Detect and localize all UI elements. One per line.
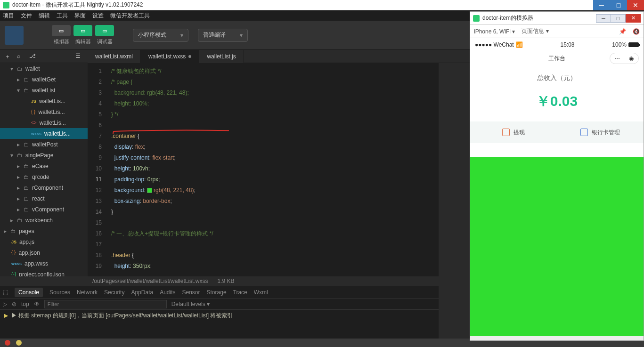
file-explorer[interactable]: 🗀wallet🗀walletGet🗀walletListJSwalletLis.… xyxy=(0,63,88,276)
bankcard-button[interactable]: 银行卡管理 xyxy=(557,121,644,143)
devtools-tabs: ⬚ ConsoleSourcesNetworkSecurityAppDataAu… xyxy=(0,286,439,299)
minimize-button[interactable]: ─ xyxy=(593,0,610,10)
dt-tab-Sensor[interactable]: Sensor xyxy=(182,289,200,296)
tree-app.js[interactable]: JSapp.js xyxy=(0,236,88,247)
close-button[interactable]: ✕ xyxy=(627,0,644,10)
file-size: 1.9 KB xyxy=(217,278,234,284)
menu-设置[interactable]: 设置 xyxy=(92,12,104,20)
inspect-icon[interactable]: ⬚ xyxy=(3,289,8,296)
tree-app.wxss[interactable]: wxssapp.wxss xyxy=(0,258,88,269)
file-status-bar: /outPages/self/wallet/walletList/walletL… xyxy=(88,276,439,286)
error-count-icon[interactable] xyxy=(5,340,10,346)
clear-icon[interactable]: ⊘ xyxy=(12,301,16,307)
withdraw-icon xyxy=(502,129,510,136)
dt-tab-Audits[interactable]: Audits xyxy=(160,289,175,296)
toolbar-left-group: ▭模拟器▭编辑器▭调试器 xyxy=(52,25,114,45)
avatar[interactable] xyxy=(5,26,24,45)
tree-walletLis...[interactable]: JSwalletLis... xyxy=(0,96,88,106)
code-editor[interactable]: 12345678910111213141516171819 /* 健康钱包的样式… xyxy=(88,63,439,276)
tree-eCase[interactable]: 🗀eCase xyxy=(0,161,88,171)
tree-walletLis...[interactable]: <>walletLis... xyxy=(0,117,88,128)
sim-green-area xyxy=(470,157,644,336)
tree-vComponent[interactable]: 🗀vComponent xyxy=(0,204,88,215)
main-area: 🗀wallet🗀walletGet🗀walletListJSwalletLis.… xyxy=(0,63,439,276)
search-icon[interactable]: ⌕ xyxy=(17,53,24,60)
tree-app.json[interactable]: { }app.json xyxy=(0,247,88,258)
dt-tab-Storage[interactable]: Storage xyxy=(207,289,227,296)
device-dropdown[interactable]: iPhone 6, WiFi ▾ xyxy=(474,28,515,35)
sim-min-button[interactable]: ─ xyxy=(596,14,611,23)
menu-界面[interactable]: 界面 xyxy=(74,12,86,20)
tree-walletLis...[interactable]: { }walletLis... xyxy=(0,106,88,117)
sim-close-button[interactable]: ✕ xyxy=(626,14,641,23)
wifi-icon: 📶 xyxy=(516,41,523,48)
tab-walletList.js[interactable]: walletList.js xyxy=(199,50,244,63)
code-content[interactable]: /* 健康钱包的样式 *//* page { background: rgb(4… xyxy=(111,66,439,272)
sim-statusbar: ●●●●● WeChat 📶 15:03 100% xyxy=(470,38,644,51)
run-icon[interactable]: ▷ xyxy=(3,301,7,307)
menu-编辑[interactable]: 编辑 xyxy=(39,12,50,20)
sim-app-icon xyxy=(473,15,480,22)
withdraw-button[interactable]: 提现 xyxy=(470,121,557,143)
sim-max-button[interactable]: □ xyxy=(611,14,626,23)
tree-pages[interactable]: 🗀pages xyxy=(0,226,88,236)
maximize-button[interactable]: □ xyxy=(610,0,627,10)
console-log: ▶ ▶ 根据 sitemap 的规则[0]，当前页面 [outPages/sel… xyxy=(0,310,439,322)
dt-tab-Wxml[interactable]: Wxml xyxy=(254,289,268,296)
dt-tab-Sources[interactable]: Sources xyxy=(49,289,70,296)
tree-qrcode[interactable]: 🗀qrcode xyxy=(0,171,88,182)
sim-titlebar: doctor-item的模拟器 ─ □ ✕ xyxy=(470,12,644,25)
add-icon[interactable]: ＋ xyxy=(5,53,12,60)
capsule-menu[interactable]: ⋯◉ xyxy=(610,53,639,64)
tree-react[interactable]: 🗀react xyxy=(0,193,88,204)
warn-count-icon[interactable] xyxy=(16,340,22,346)
menu-工具[interactable]: 工具 xyxy=(57,12,68,20)
dt-tab-Console[interactable]: Console xyxy=(15,288,43,297)
eye-icon[interactable]: 👁 xyxy=(34,301,40,307)
dt-tab-Network[interactable]: Network xyxy=(77,289,98,296)
sim-controls: iPhone 6, WiFi ▾ 页面信息 ▾ 📌 🔇 xyxy=(470,25,644,38)
devtools-filter-bar: ▷ ⊘ top 👁 Default levels ▾ xyxy=(0,299,439,310)
mode-dropdown[interactable]: 小程序模式▾ xyxy=(133,29,188,42)
simulator-window: doctor-item的模拟器 ─ □ ✕ iPhone 6, WiFi ▾ 页… xyxy=(470,11,644,341)
tree-singlePage[interactable]: 🗀singlePage xyxy=(0,150,88,161)
devtools-panel: ⬚ ConsoleSourcesNetworkSecurityAppDataAu… xyxy=(0,286,439,339)
sim-battery: 100% xyxy=(612,41,639,48)
dt-tab-AppData[interactable]: AppData xyxy=(131,289,153,296)
compile-label: 普通编译 xyxy=(203,31,226,39)
tab-walletList.wxss[interactable]: walletList.wxss xyxy=(141,50,199,63)
branch-icon[interactable]: ⎇ xyxy=(29,53,37,60)
levels-dropdown[interactable]: Default levels ▾ xyxy=(171,301,210,307)
pin-icon[interactable]: 📌 xyxy=(619,28,626,35)
line-gutter: 12345678910111213141516171819 xyxy=(88,63,106,276)
income-value: ￥0.03 xyxy=(470,85,644,121)
compile-dropdown[interactable]: 普通编译▾ xyxy=(198,29,248,42)
mode-label: 小程序模式 xyxy=(138,31,166,39)
mute-icon[interactable]: 🔇 xyxy=(633,28,640,35)
context-dropdown[interactable]: top xyxy=(21,301,29,307)
dt-tab-Security[interactable]: Security xyxy=(104,289,124,296)
tree-walletPost[interactable]: 🗀walletPost xyxy=(0,139,88,150)
tb-编辑器[interactable]: ▭编辑器 xyxy=(73,25,92,45)
menu-微信开发者工具[interactable]: 微信开发者工具 xyxy=(110,12,150,20)
log-line: ▶ 根据 sitemap 的规则[0]，当前页面 [outPages/self/… xyxy=(11,312,233,319)
tree-walletLis...[interactable]: wxsswalletLis... xyxy=(0,128,88,139)
app-titlebar: doctor-item - 微信开发者工具 Nightly v1.02.1907… xyxy=(0,0,644,10)
tree-walletGet[interactable]: 🗀walletGet xyxy=(0,74,88,85)
tb-模拟器[interactable]: ▭模拟器 xyxy=(52,25,71,45)
menu-项目[interactable]: 项目 xyxy=(3,12,14,20)
tab-walletList.wxml[interactable]: walletList.wxml xyxy=(88,50,141,63)
explorer-toggle-icon[interactable]: ☰ xyxy=(75,53,83,60)
menu-文件[interactable]: 文件 xyxy=(21,12,32,20)
filter-input[interactable] xyxy=(44,300,167,308)
tb-调试器[interactable]: ▭调试器 xyxy=(95,25,114,45)
tree-project.config.json[interactable]: {◦}project.config.json xyxy=(0,269,88,276)
tree-workbench[interactable]: 🗀workbench xyxy=(0,215,88,226)
tree-wallet[interactable]: 🗀wallet xyxy=(0,63,88,74)
file-path: /outPages/self/wallet/walletList/walletL… xyxy=(92,278,208,284)
tree-walletList[interactable]: 🗀walletList xyxy=(0,85,88,96)
tree-rComponent[interactable]: 🗀rComponent xyxy=(0,182,88,193)
sim-carrier: ●●●●● WeChat xyxy=(475,41,514,48)
pageinfo-dropdown[interactable]: 页面信息 ▾ xyxy=(522,27,548,35)
dt-tab-Trace[interactable]: Trace xyxy=(233,289,247,296)
